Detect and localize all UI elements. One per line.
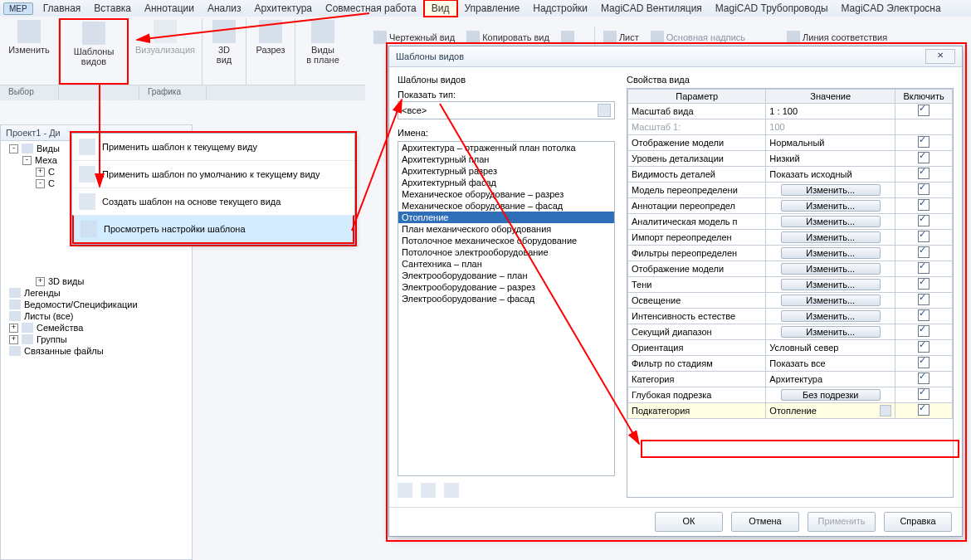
list-item[interactable]: Архитектурный разрез (398, 165, 614, 177)
ctx-apply-default[interactable]: Применить шаблон по умолчанию к текущему… (72, 160, 354, 187)
value-cell[interactable]: Изменить... (766, 183, 895, 198)
menu-arch[interactable]: Архитектура (247, 1, 319, 16)
value-cell[interactable]: Изменить... (766, 309, 895, 324)
include-checkbox[interactable] (918, 231, 930, 242)
menu-insert[interactable]: Вставка (87, 1, 138, 16)
table-row[interactable]: Масштаб 1:100 (628, 119, 953, 135)
include-checkbox[interactable] (918, 215, 930, 226)
tree-groups[interactable]: +Группы (7, 334, 192, 345)
edit-button[interactable]: Изменить... (781, 184, 881, 196)
list-item[interactable]: План механического оборудования (398, 223, 614, 235)
include-cell[interactable] (895, 340, 953, 356)
list-item[interactable]: Электрооборудование – фасад (398, 293, 614, 304)
table-row[interactable]: Модель переопределениИзменить... (628, 183, 953, 198)
include-checkbox[interactable] (918, 246, 930, 258)
value-cell[interactable]: Изменить... (766, 293, 895, 309)
include-cell[interactable] (895, 119, 953, 135)
tree-families[interactable]: +Семейства (7, 322, 192, 334)
include-cell[interactable] (895, 261, 953, 277)
table-row[interactable]: ОриентацияУсловный север (628, 340, 953, 356)
include-cell[interactable] (895, 246, 953, 261)
table-row[interactable]: Фильтр по стадиямПоказать все (628, 356, 953, 372)
include-cell[interactable] (895, 403, 953, 419)
duplicate-icon[interactable] (398, 483, 412, 498)
list-item[interactable]: Потолочное механическое оборудование (398, 235, 614, 246)
table-row[interactable]: Отображение моделиИзменить... (628, 261, 953, 277)
include-checkbox[interactable] (918, 357, 930, 368)
btn-plan-views[interactable]: Виды в плане (306, 20, 339, 65)
list-item[interactable]: Потолочное электрооборудование (398, 246, 614, 258)
include-checkbox[interactable] (918, 294, 930, 305)
list-item[interactable]: Механическое оборудование – фасад (398, 200, 614, 212)
menu-analyze[interactable]: Анализ (201, 1, 248, 16)
list-item[interactable]: Архитектурный фасад (398, 177, 614, 188)
edit-button[interactable]: Изменить... (781, 200, 881, 212)
include-cell[interactable] (895, 167, 953, 183)
btn-view-templates[interactable]: Шаблоны видов (74, 22, 115, 66)
value-cell[interactable]: Изменить... (766, 230, 895, 246)
include-checkbox[interactable] (918, 278, 930, 290)
rename-icon[interactable] (421, 483, 436, 498)
value-cell[interactable]: Архитектура (766, 372, 895, 387)
col-param[interactable]: Параметр (628, 90, 766, 104)
list-item[interactable]: Электрооборудование – план (398, 270, 614, 281)
delete-icon[interactable] (444, 483, 459, 498)
close-icon[interactable]: ✕ (925, 49, 955, 64)
value-cell[interactable]: Низкий (766, 151, 895, 167)
include-cell[interactable] (895, 151, 953, 167)
menu-view[interactable]: Вид (423, 0, 458, 17)
menu-magicad-vent[interactable]: MagiCAD Вентиляция (594, 1, 709, 16)
menu-collab[interactable]: Совместная работа (319, 1, 423, 16)
btn-sheet[interactable]: Лист (600, 29, 642, 46)
btn-matchline[interactable]: Линия соответствия (783, 29, 890, 46)
table-row[interactable]: Уровень детализацииНизкий (628, 151, 953, 167)
col-value[interactable]: Значение (766, 90, 895, 104)
edit-button[interactable]: Изменить... (781, 326, 881, 338)
ctx-create-template[interactable]: Создать шаблон на основе текущего вида (72, 187, 354, 215)
include-checkbox[interactable] (918, 341, 930, 353)
tree-links[interactable]: Связанные файлы (7, 345, 192, 357)
include-checkbox[interactable] (918, 325, 930, 337)
value-cell[interactable]: Показать все (766, 356, 895, 372)
include-cell[interactable] (895, 135, 953, 151)
templates-listbox[interactable]: Архитектура – отраженный план потолкаАрх… (398, 141, 615, 476)
list-item[interactable]: Отопление (398, 212, 614, 223)
menu-annotate[interactable]: Аннотации (138, 1, 201, 16)
include-cell[interactable] (895, 198, 953, 214)
show-type-select[interactable]: <все> (398, 101, 615, 119)
value-cell[interactable]: Изменить... (766, 214, 895, 230)
include-checkbox[interactable] (918, 388, 930, 400)
dialog-titlebar[interactable]: Шаблоны видов ✕ (389, 46, 962, 67)
btn-legend[interactable] (558, 29, 589, 46)
table-row[interactable]: Импорт переопределенИзменить... (628, 230, 953, 246)
table-row[interactable]: Секущий диапазонИзменить... (628, 324, 953, 340)
table-row[interactable]: Аналитическая модель пИзменить... (628, 214, 953, 230)
edit-button[interactable]: Изменить... (781, 310, 881, 322)
include-cell[interactable] (895, 324, 953, 340)
value-cell[interactable]: Без подрезки (766, 387, 895, 403)
tree-legends[interactable]: Легенды (7, 287, 192, 299)
col-include[interactable]: Включить (895, 90, 953, 104)
table-row[interactable]: Интенсивность естествеИзменить... (628, 309, 953, 324)
include-checkbox[interactable] (918, 136, 930, 148)
list-item[interactable]: Механическое оборудование – разрез (398, 188, 614, 200)
include-cell[interactable] (895, 387, 953, 403)
include-checkbox[interactable] (918, 309, 930, 321)
include-cell[interactable] (895, 372, 953, 387)
cancel-button[interactable]: Отмена (731, 512, 799, 532)
include-checkbox[interactable] (918, 404, 930, 416)
menu-home[interactable]: Главная (37, 1, 88, 16)
include-checkbox[interactable] (918, 168, 930, 179)
value-cell[interactable]: Изменить... (766, 277, 895, 293)
value-cell[interactable]: Условный север (766, 340, 895, 356)
btn-3dview[interactable]: 3D вид (212, 20, 236, 65)
include-cell[interactable] (895, 293, 953, 309)
include-cell[interactable] (895, 309, 953, 324)
value-cell[interactable]: Показать исходный (766, 167, 895, 183)
menu-magicad-pipe[interactable]: MagiCAD Трубопроводы (709, 1, 835, 16)
include-cell[interactable] (895, 183, 953, 198)
list-item[interactable]: Архитектурный план (398, 153, 614, 165)
btn-section[interactable]: Разрез (256, 20, 285, 55)
apply-button[interactable]: Применить (808, 512, 876, 532)
list-item[interactable]: Сантехника – план (398, 258, 614, 270)
